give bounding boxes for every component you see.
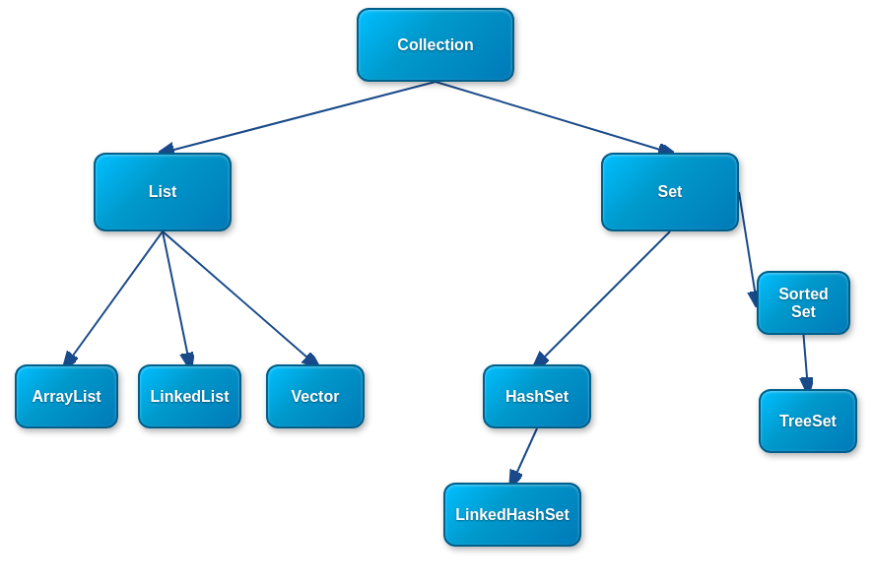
connection-set-hashset: [537, 231, 670, 364]
node-treeset: TreeSet: [759, 389, 857, 453]
connection-list-arraylist: [67, 231, 164, 364]
node-linkedlist: LinkedList: [138, 364, 241, 428]
node-vector: Vector: [266, 364, 365, 428]
connection-hashset-linkedhashset: [512, 428, 537, 483]
connection-list-linkedlist: [163, 231, 190, 364]
node-sortedset: Sorted Set: [757, 271, 850, 335]
node-set: Set: [601, 153, 739, 231]
connection-collection-set: [436, 82, 670, 153]
diagram: CollectionListSetArrayListLinkedListVect…: [0, 0, 872, 588]
node-arraylist: ArrayList: [15, 364, 118, 428]
connection-set-sortedset: [739, 192, 757, 303]
node-collection: Collection: [357, 8, 514, 82]
node-linkedhashset: LinkedHashSet: [443, 483, 581, 547]
connections-svg: [0, 0, 872, 588]
connection-collection-list: [163, 82, 436, 153]
connection-sortedset-treeset: [804, 335, 809, 389]
node-hashset: HashSet: [483, 364, 591, 428]
node-list: List: [94, 153, 232, 231]
connection-list-vector: [163, 231, 315, 364]
